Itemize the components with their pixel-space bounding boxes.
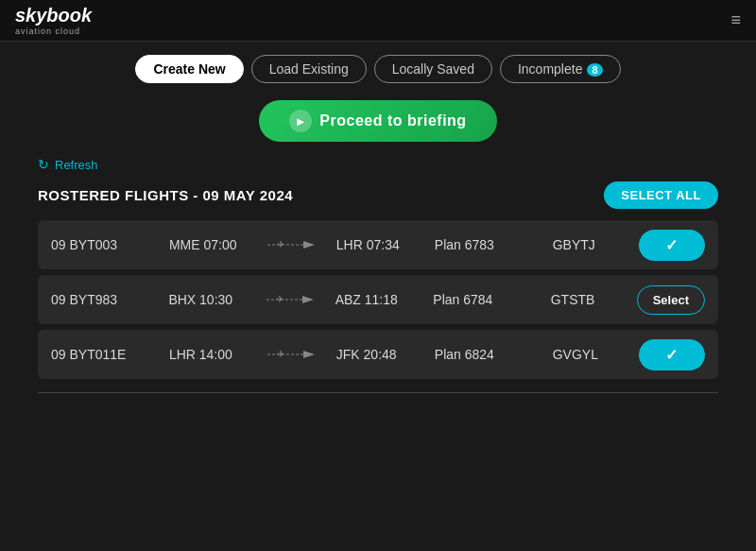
proceed-label: Proceed to briefing — [319, 112, 466, 129]
flight-departure: LHR 14:00 — [169, 347, 267, 362]
proceed-arrow-icon: ► — [289, 110, 312, 132]
flight-route-arrow: ✈ — [267, 237, 336, 252]
logo: skybook aviation cloud — [15, 5, 92, 36]
flight-route-arrow: ✈ — [267, 347, 336, 362]
svg-marker-7 — [303, 351, 315, 358]
flight-arrival: ABZ 11:18 — [335, 292, 434, 307]
select-all-button[interactable]: SELECT ALL — [604, 181, 718, 209]
flight-registration: GTSTB — [551, 292, 629, 307]
flight-row: 09 BYT011E LHR 14:00 ✈ JFK 20:48 Plan 68… — [38, 330, 718, 379]
app-header: skybook aviation cloud ≡ — [0, 0, 756, 42]
proceed-button[interactable]: ► Proceed to briefing — [259, 100, 496, 142]
app-name: skybook — [15, 5, 92, 26]
incomplete-badge: 8 — [587, 63, 602, 77]
svg-marker-1 — [303, 241, 315, 249]
tab-locally-saved[interactable]: Locally Saved — [374, 55, 492, 83]
flight-selected-button[interactable]: ✓ — [639, 230, 705, 261]
flight-plan: Plan 6783 — [435, 237, 553, 252]
filter-icon[interactable]: ≡ — [730, 10, 741, 30]
check-icon: ✓ — [665, 236, 678, 254]
tab-create-new[interactable]: Create New — [135, 55, 243, 83]
divider — [38, 392, 718, 393]
svg-text:✈: ✈ — [277, 239, 284, 250]
section-header: ROSTERED FLIGHTS - 09 MAY 2024 SELECT AL… — [38, 181, 718, 209]
check-icon: ✓ — [665, 346, 678, 364]
refresh-button[interactable]: Refresh — [55, 158, 98, 172]
flight-route-arrow: ✈ — [266, 292, 335, 307]
svg-marker-4 — [302, 296, 314, 303]
flight-registration: GBYTJ — [553, 237, 631, 252]
flight-row: 09 BYT983 BHX 10:30 ✈ ABZ 11:18 Plan 678… — [38, 275, 718, 324]
proceed-section: ► Proceed to briefing — [0, 93, 756, 157]
svg-text:✈: ✈ — [276, 294, 284, 304]
flight-departure: MME 07:00 — [169, 237, 267, 252]
main-content: ↻ Refresh ROSTERED FLIGHTS - 09 MAY 2024… — [0, 157, 756, 393]
tab-load-existing[interactable]: Load Existing — [251, 55, 367, 83]
tab-bar: Create New Load Existing Locally Saved I… — [0, 42, 756, 93]
flight-selected-button[interactable]: ✓ — [639, 339, 705, 370]
flight-row: 09 BYT003 MME 07:00 ✈ LHR 07:34 Plan 678… — [38, 220, 718, 269]
flight-arrival: JFK 20:48 — [336, 347, 435, 362]
svg-text:✈: ✈ — [277, 349, 284, 359]
flight-id: 09 BYT011E — [51, 347, 169, 362]
flight-id: 09 BYT003 — [51, 237, 169, 252]
flight-plan: Plan 6824 — [435, 347, 553, 362]
flight-list: 09 BYT003 MME 07:00 ✈ LHR 07:34 Plan 678… — [38, 220, 718, 379]
flight-id: 09 BYT983 — [51, 292, 168, 307]
flight-select-button[interactable]: Select — [637, 285, 705, 315]
flight-action-cell: ✓ — [639, 230, 705, 261]
refresh-icon: ↻ — [38, 157, 49, 172]
flight-action-cell: ✓ — [639, 339, 705, 370]
flight-plan: Plan 6784 — [433, 292, 550, 307]
flight-departure: BHX 10:30 — [168, 292, 266, 307]
section-title: ROSTERED FLIGHTS - 09 MAY 2024 — [38, 187, 293, 203]
app-subtitle: aviation cloud — [15, 26, 92, 36]
flight-action-cell: Select — [637, 285, 705, 315]
refresh-row: ↻ Refresh — [38, 157, 718, 172]
flight-arrival: LHR 07:34 — [336, 237, 435, 252]
tab-incomplete[interactable]: Incomplete8 — [500, 55, 621, 83]
flight-registration: GVGYL — [553, 347, 631, 362]
